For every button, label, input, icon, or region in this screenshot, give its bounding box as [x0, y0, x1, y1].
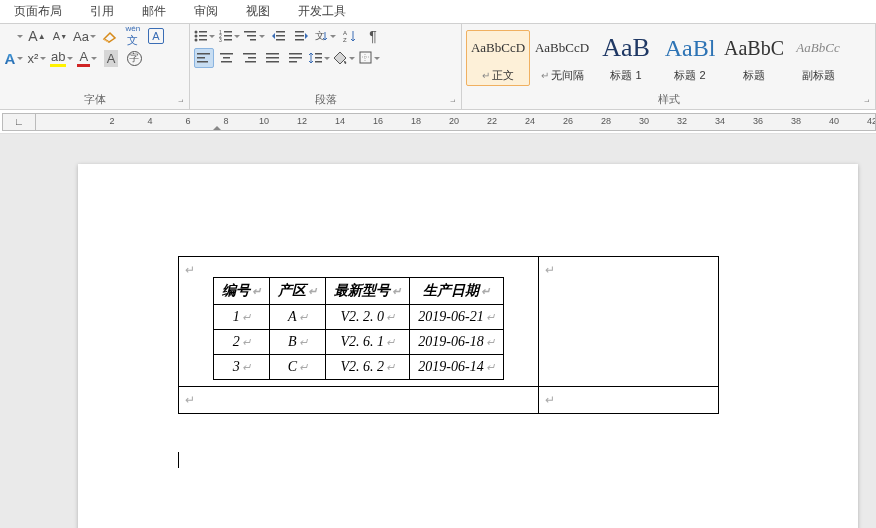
line-spacing-button[interactable]: [309, 48, 331, 68]
enclose-char-button[interactable]: 字: [124, 48, 144, 68]
ruler-tick: 38: [791, 116, 801, 126]
style-thumb: AaBl: [665, 33, 716, 63]
svg-point-0: [195, 31, 198, 34]
font-color-button[interactable]: A: [77, 48, 98, 68]
table-cell[interactable]: V2. 6. 1↵: [326, 330, 410, 355]
ruler-tick: 42: [867, 116, 876, 126]
svg-text:3: 3: [219, 37, 222, 42]
table-cell[interactable]: V2. 6. 2↵: [326, 355, 410, 380]
font-size-dropdown[interactable]: [4, 26, 24, 46]
table-cell[interactable]: A↵: [270, 305, 326, 330]
align-justify-icon: [266, 52, 280, 64]
sort-button[interactable]: AZ: [340, 26, 360, 46]
align-justify-button[interactable]: [263, 48, 283, 68]
page[interactable]: ↵ 编号↵产区↵最新型号↵生产日期↵ 1↵A↵V2. 2. 0↵2019-06-…: [78, 164, 858, 528]
align-center-button[interactable]: [217, 48, 237, 68]
align-right-button[interactable]: [240, 48, 260, 68]
increase-indent-button[interactable]: [292, 26, 312, 46]
tab-mail[interactable]: 邮件: [128, 0, 180, 23]
svg-rect-40: [315, 57, 322, 59]
phonetic-guide-button[interactable]: wén文: [123, 26, 143, 46]
table-cell[interactable]: 2019-06-21↵: [410, 305, 503, 330]
style-item-5[interactable]: AaBbCc副标题: [786, 30, 850, 86]
highlight-button[interactable]: ab: [50, 48, 74, 68]
svg-text:A: A: [343, 30, 347, 36]
ruler-tick: 24: [525, 116, 535, 126]
table-cell[interactable]: 2019-06-18↵: [410, 330, 503, 355]
ribbon: A▲ A▼ Aa wén文 A A x² ab A A 字 字体: [0, 24, 876, 110]
table-cell[interactable]: 3↵: [214, 355, 270, 380]
align-distribute-button[interactable]: [286, 48, 306, 68]
superscript-button[interactable]: x²: [27, 48, 47, 68]
col-header[interactable]: 编号↵: [214, 278, 270, 305]
style-item-0[interactable]: AaBbCcD↵正文: [466, 30, 530, 86]
svg-rect-37: [289, 57, 302, 59]
paragraph-mark-icon: ↵: [545, 393, 555, 407]
outer-table[interactable]: ↵ 编号↵产区↵最新型号↵生产日期↵ 1↵A↵V2. 2. 0↵2019-06-…: [178, 256, 719, 414]
table-cell[interactable]: B↵: [270, 330, 326, 355]
svg-rect-9: [224, 35, 232, 37]
svg-rect-33: [266, 53, 279, 55]
align-left-button[interactable]: [194, 48, 214, 68]
shading-button[interactable]: [334, 48, 356, 68]
group-font-label[interactable]: 字体: [4, 90, 185, 109]
horizontal-ruler[interactable]: 24681012141618202224262830323436384042: [36, 113, 876, 131]
multilevel-button[interactable]: [244, 26, 266, 46]
table-row[interactable]: 3↵C↵V2. 6. 2↵2019-06-14↵: [214, 355, 503, 380]
svg-rect-12: [244, 31, 256, 33]
tab-devtools[interactable]: 开发工具: [284, 0, 360, 23]
style-item-3[interactable]: AaBl标题 2: [658, 30, 722, 86]
tab-view[interactable]: 视图: [232, 0, 284, 23]
borders-icon: [359, 51, 373, 65]
table-cell[interactable]: V2. 2. 0↵: [326, 305, 410, 330]
show-marks-button[interactable]: ¶: [363, 26, 383, 46]
bullets-button[interactable]: [194, 26, 216, 46]
tab-selector[interactable]: ∟: [2, 113, 36, 131]
numbering-button[interactable]: 123: [219, 26, 241, 46]
svg-rect-17: [276, 39, 285, 41]
style-item-4[interactable]: AaBbC标题: [722, 30, 786, 86]
text-direction-button[interactable]: 文: [315, 26, 337, 46]
tab-review[interactable]: 审阅: [180, 0, 232, 23]
char-shading-button[interactable]: A: [101, 48, 121, 68]
shrink-font-button[interactable]: A▼: [50, 26, 70, 46]
style-name: ↵正文: [482, 68, 514, 83]
tab-layout[interactable]: 页面布局: [0, 0, 76, 23]
ruler-tick: 18: [411, 116, 421, 126]
align-right-icon: [243, 52, 257, 64]
borders-button[interactable]: [359, 48, 381, 68]
decrease-indent-button[interactable]: [269, 26, 289, 46]
ruler-tick: 16: [373, 116, 383, 126]
table-cell[interactable]: 1↵: [214, 305, 270, 330]
table-cell[interactable]: C↵: [270, 355, 326, 380]
align-left-icon: [197, 52, 211, 64]
svg-rect-34: [266, 57, 279, 59]
first-line-indent-marker[interactable]: [212, 121, 222, 131]
ruler-tick: 6: [185, 116, 190, 126]
change-case-button[interactable]: Aa: [73, 26, 97, 46]
ruler-tick: 34: [715, 116, 725, 126]
tab-references[interactable]: 引用: [76, 0, 128, 23]
col-header[interactable]: 产区↵: [270, 278, 326, 305]
grow-font-button[interactable]: A▲: [27, 26, 47, 46]
table-row[interactable]: 2↵B↵V2. 6. 1↵2019-06-18↵: [214, 330, 503, 355]
svg-rect-30: [243, 53, 256, 55]
group-paragraph-label[interactable]: 段落: [194, 90, 457, 109]
table-row[interactable]: 1↵A↵V2. 2. 0↵2019-06-21↵: [214, 305, 503, 330]
char-border-button[interactable]: A: [146, 26, 166, 46]
table-cell[interactable]: 2019-06-14↵: [410, 355, 503, 380]
svg-rect-24: [197, 53, 210, 55]
table-cell[interactable]: 2↵: [214, 330, 270, 355]
col-header[interactable]: 最新型号↵: [326, 278, 410, 305]
text-effects-button[interactable]: A: [4, 48, 24, 68]
indent-icon: [295, 30, 309, 42]
paragraph-mark-icon: ↵: [545, 263, 555, 277]
style-item-1[interactable]: AaBbCcD↵无间隔: [530, 30, 594, 86]
clear-format-button[interactable]: [100, 26, 120, 46]
col-header[interactable]: 生产日期↵: [410, 278, 503, 305]
style-item-2[interactable]: AaB标题 1: [594, 30, 658, 86]
style-thumb: AaBbC: [724, 33, 784, 63]
paragraph-mark-icon: ↵: [185, 393, 195, 407]
inner-data-table[interactable]: 编号↵产区↵最新型号↵生产日期↵ 1↵A↵V2. 2. 0↵2019-06-21…: [213, 277, 503, 380]
group-styles-label[interactable]: 样式: [466, 90, 871, 109]
